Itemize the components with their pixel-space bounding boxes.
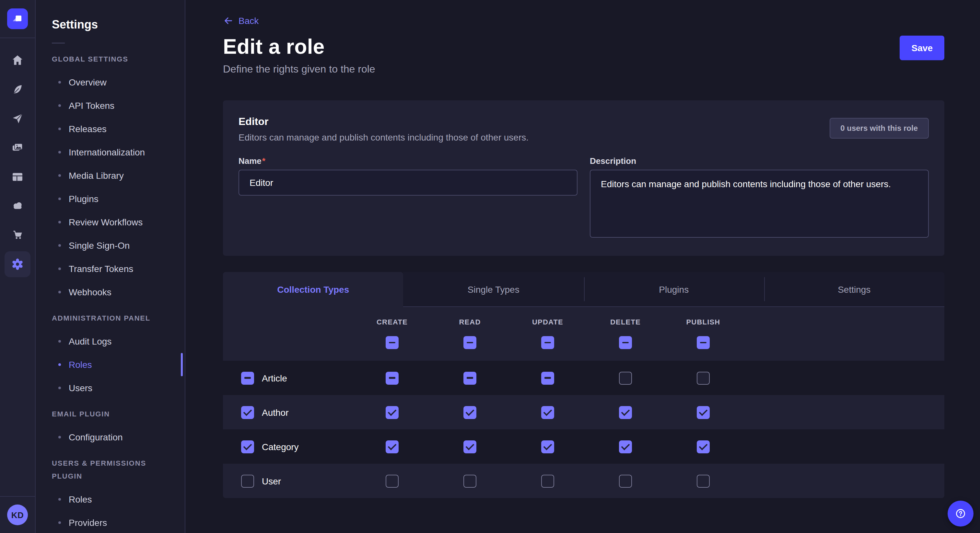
sidebar-item-configuration[interactable]: Configuration — [52, 425, 169, 449]
sidebar-item-internationalization[interactable]: Internationalization — [52, 141, 169, 164]
permission-cell — [587, 406, 664, 419]
checkbox-checked[interactable] — [697, 406, 710, 419]
checkbox-unchecked[interactable] — [697, 474, 710, 487]
sidebar-item-overview[interactable]: Overview — [52, 71, 169, 94]
permission-row-category: Category — [223, 429, 944, 464]
checkbox-checked[interactable] — [386, 406, 399, 419]
subnav-title-rule — [52, 43, 65, 43]
subnav-sections: GLOBAL SETTINGSOverviewAPI TokensRelease… — [52, 52, 169, 533]
save-button[interactable]: Save — [900, 36, 944, 60]
checkbox-indeterminate[interactable] — [386, 336, 399, 349]
sidebar-item-label: Review Workflows — [69, 217, 143, 227]
sidebar-item-roles[interactable]: Roles — [52, 488, 169, 511]
checkbox-checked[interactable] — [241, 440, 254, 453]
strapi-logo[interactable] — [7, 8, 28, 29]
select-all-cell — [353, 336, 431, 349]
checkbox-unchecked[interactable] — [541, 474, 554, 487]
tab-collection-types[interactable]: Collection Types — [223, 272, 404, 307]
checkbox-checked[interactable] — [619, 406, 632, 419]
checkbox-indeterminate[interactable] — [241, 371, 254, 384]
name-input[interactable] — [239, 170, 578, 195]
checkbox-indeterminate[interactable] — [619, 336, 632, 349]
sidebar-item-single-sign-on[interactable]: Single Sign-On — [52, 234, 169, 257]
column-header-create: CREATE — [353, 318, 431, 326]
permission-cell — [587, 474, 664, 487]
checkbox-indeterminate[interactable] — [541, 371, 554, 384]
sidebar-item-transfer-tokens[interactable]: Transfer Tokens — [52, 257, 169, 281]
tab-settings[interactable]: Settings — [764, 272, 945, 307]
permissions-rows: ArticleAuthorCategoryUser — [223, 361, 944, 498]
content-type-label: Category — [262, 441, 299, 452]
permission-cell — [664, 474, 742, 487]
user-avatar[interactable]: KD — [7, 504, 28, 525]
arrow-left-icon — [223, 16, 233, 26]
nav-cloud[interactable] — [5, 193, 30, 219]
checkbox-indeterminate[interactable] — [697, 336, 710, 349]
sidebar-item-releases[interactable]: Releases — [52, 117, 169, 141]
nav-home[interactable] — [5, 47, 30, 73]
active-indicator — [181, 353, 183, 376]
sidebar-item-review-workflows[interactable]: Review Workflows — [52, 211, 169, 234]
sidebar-item-audit-logs[interactable]: Audit Logs — [52, 330, 169, 353]
checkbox-unchecked[interactable] — [463, 474, 476, 487]
row-label-cell: User — [223, 474, 353, 487]
back-label: Back — [239, 16, 259, 26]
sidebar-item-roles[interactable]: Roles — [52, 353, 169, 376]
checkbox-unchecked[interactable] — [386, 474, 399, 487]
checkbox-checked[interactable] — [386, 440, 399, 453]
nav-deploy[interactable] — [5, 106, 30, 132]
checkbox-checked[interactable] — [697, 440, 710, 453]
tab-single-types[interactable]: Single Types — [404, 272, 584, 307]
feather-icon — [11, 83, 24, 96]
checkbox-indeterminate[interactable] — [463, 371, 476, 384]
bullet-icon — [58, 521, 61, 524]
tab-plugins[interactable]: Plugins — [584, 272, 764, 307]
checkbox-unchecked[interactable] — [241, 474, 254, 487]
column-header-read: READ — [431, 318, 509, 326]
help-button[interactable] — [948, 501, 974, 527]
checkbox-checked[interactable] — [463, 406, 476, 419]
permissions-panel: CREATEREADUPDATEDELETEPUBLISH ArticleAut… — [223, 307, 944, 498]
nav-content-manager[interactable] — [5, 164, 30, 190]
permission-cell — [353, 440, 431, 453]
sidebar-item-users[interactable]: Users — [52, 376, 169, 400]
checkbox-indeterminate[interactable] — [541, 336, 554, 349]
bullet-icon — [58, 198, 61, 200]
nav-content-type-builder[interactable] — [5, 76, 30, 102]
sidebar-item-plugins[interactable]: Plugins — [52, 187, 169, 211]
bullet-icon — [58, 128, 61, 130]
nav-marketplace[interactable] — [5, 222, 30, 248]
checkbox-checked[interactable] — [463, 440, 476, 453]
checkbox-unchecked[interactable] — [619, 474, 632, 487]
checkbox-unchecked[interactable] — [619, 371, 632, 384]
permission-cell — [353, 474, 431, 487]
checkbox-checked[interactable] — [241, 406, 254, 419]
checkbox-indeterminate[interactable] — [463, 336, 476, 349]
checkbox-checked[interactable] — [619, 440, 632, 453]
bullet-icon — [58, 363, 61, 366]
bullet-icon — [58, 221, 61, 224]
checkbox-unchecked[interactable] — [697, 371, 710, 384]
users-with-role-badge[interactable]: 0 users with this role — [829, 118, 929, 139]
back-link[interactable]: Back — [223, 16, 259, 26]
sidebar-item-label: Internationalization — [69, 147, 145, 157]
bullet-icon — [58, 151, 61, 154]
permission-cell — [353, 406, 431, 419]
bullet-icon — [58, 291, 61, 293]
sidebar-item-providers[interactable]: Providers — [52, 511, 169, 533]
permission-row-user: User — [223, 464, 944, 498]
checkbox-indeterminate[interactable] — [386, 371, 399, 384]
sidebar-item-media-library[interactable]: Media Library — [52, 164, 169, 187]
sidebar-item-api-tokens[interactable]: API Tokens — [52, 94, 169, 117]
description-textarea[interactable]: Editors can manage and publish contents … — [590, 170, 929, 238]
nav-media-library[interactable] — [5, 135, 30, 160]
checkbox-checked[interactable] — [541, 440, 554, 453]
nav-settings[interactable] — [5, 251, 30, 277]
sidebar-item-label: Plugins — [69, 194, 99, 204]
sidebar-item-webhooks[interactable]: Webhooks — [52, 281, 169, 304]
content-type-label: Article — [262, 373, 287, 383]
select-all-cell — [664, 336, 742, 349]
permission-cell — [587, 371, 664, 384]
column-header-publish: PUBLISH — [664, 318, 742, 326]
checkbox-checked[interactable] — [541, 406, 554, 419]
